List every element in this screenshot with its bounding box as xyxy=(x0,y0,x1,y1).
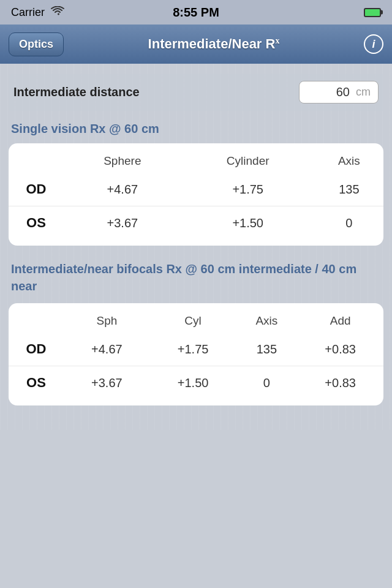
bif-os-sph: +3.67 xyxy=(64,366,150,400)
col-sph: Sph xyxy=(64,309,150,333)
col-axis: Axis xyxy=(315,149,383,173)
distance-unit: cm xyxy=(356,86,371,99)
row-os-label: OS xyxy=(9,206,64,240)
bif-os-add: +0.83 xyxy=(297,366,383,400)
bif-od-sph: +4.67 xyxy=(64,333,150,366)
col-sphere: Sphere xyxy=(64,149,181,173)
col-cyl: Cyl xyxy=(150,309,236,333)
status-bar: Carrier 8:55 PM xyxy=(0,0,392,24)
info-button[interactable]: i xyxy=(364,34,383,54)
distance-value: 60 xyxy=(307,85,350,99)
status-time: 8:55 PM xyxy=(173,6,219,20)
bif-od-axis: 135 xyxy=(236,333,297,366)
bif-os-label: OS xyxy=(9,366,64,400)
os-sphere: +3.67 xyxy=(64,206,181,240)
status-right xyxy=(364,8,381,17)
status-left: Carrier xyxy=(11,6,64,19)
bifocals-table-card: Sph Cyl Axis Add OD +4.67 +1.75 135 +0.8… xyxy=(9,303,383,405)
od-axis: 135 xyxy=(315,173,383,206)
carrier-label: Carrier xyxy=(11,6,45,19)
col-add: Add xyxy=(297,309,383,333)
os-cylinder: +1.50 xyxy=(181,206,315,240)
wifi-icon xyxy=(51,6,64,18)
back-button[interactable]: Optics xyxy=(9,32,64,56)
table-row: OD +4.67 +1.75 135 +0.83 xyxy=(9,333,383,366)
nav-title-text: Intermediate/Near Rx xyxy=(148,36,280,51)
single-vision-table-card: Sphere Cylinder Axis OD +4.67 +1.75 135 … xyxy=(9,143,383,246)
battery-icon xyxy=(364,8,381,17)
distance-input-wrap[interactable]: 60 cm xyxy=(299,81,379,104)
table-row: OS +3.67 +1.50 0 xyxy=(9,206,383,240)
col-axis2: Axis xyxy=(236,309,297,333)
bif-os-cyl: +1.50 xyxy=(150,366,236,400)
single-vision-header: Single vision Rx @ 60 cm xyxy=(11,122,383,136)
single-vision-table: Sphere Cylinder Axis OD +4.67 +1.75 135 … xyxy=(9,149,383,239)
main-content: Intermediate distance 60 cm Single visio… xyxy=(0,64,392,430)
col-label-empty xyxy=(9,149,64,173)
bif-od-add: +0.83 xyxy=(297,333,383,366)
bifocals-header-row: Sph Cyl Axis Add xyxy=(9,309,383,333)
bif-od-cyl: +1.75 xyxy=(150,333,236,366)
row-od-label: OD xyxy=(9,173,64,206)
nav-bar: Optics Intermediate/Near Rx i xyxy=(0,24,392,64)
distance-row: Intermediate distance 60 cm xyxy=(9,74,383,111)
distance-label: Intermediate distance xyxy=(13,85,140,99)
bifocals-table: Sph Cyl Axis Add OD +4.67 +1.75 135 +0.8… xyxy=(9,309,383,399)
od-sphere: +4.67 xyxy=(64,173,181,206)
bif-os-axis: 0 xyxy=(236,366,297,400)
os-axis: 0 xyxy=(315,206,383,240)
bif-od-label: OD xyxy=(9,333,64,366)
table-header-row: Sphere Cylinder Axis xyxy=(9,149,383,173)
bifocals-header: Intermediate/near bifocals Rx @ 60 cm in… xyxy=(11,260,383,295)
table-row: OS +3.67 +1.50 0 +0.83 xyxy=(9,366,383,400)
col-cylinder: Cylinder xyxy=(181,149,315,173)
nav-title: Intermediate/Near Rx xyxy=(72,36,355,52)
od-cylinder: +1.75 xyxy=(181,173,315,206)
table-row: OD +4.67 +1.75 135 xyxy=(9,173,383,206)
col-label-empty2 xyxy=(9,309,64,333)
